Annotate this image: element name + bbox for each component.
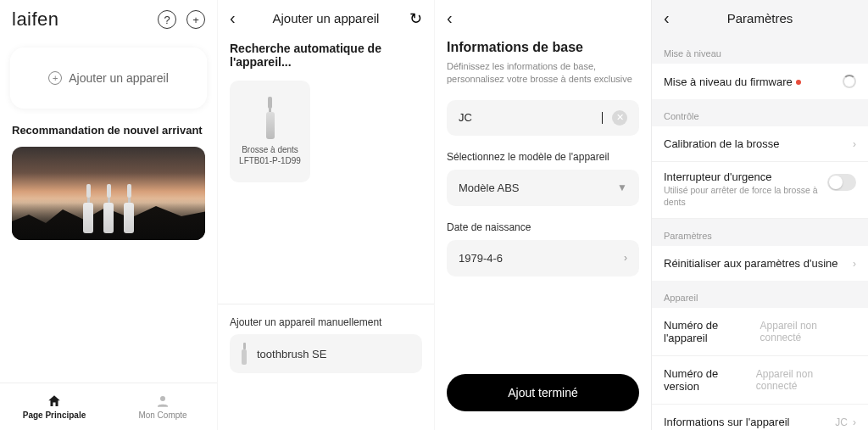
add-device-card[interactable]: + Ajouter un appareil [10,47,207,109]
page-title: Paramètres [681,11,839,25]
section-control: Contrôle [652,99,868,126]
done-button[interactable]: Ajout terminé [447,374,639,411]
recommendation-banner[interactable] [12,147,205,240]
section-device: Appareil [652,281,868,308]
section-upgrade: Mise à niveau [652,36,868,64]
back-button[interactable]: ‹ [664,8,681,28]
clear-input-icon[interactable]: ✕ [612,110,627,126]
recommendation-title: Recommandation de nouvel arrivant [0,124,217,143]
basic-info-subtitle: Définissez les informations de base, per… [435,60,651,100]
page-title: Ajouter un appareil [247,11,405,25]
reset-label: Réinitialiser aux paramètres d'usine [664,257,838,270]
nav-account[interactable]: Mon Compte [108,383,217,430]
emergency-subtitle: Utilisé pour arrêter de force la brosse … [664,185,821,208]
loading-spinner-icon [843,75,856,88]
found-device-card[interactable]: Brosse à dents LFTB01-P-1D99 [230,81,310,182]
chevron-right-icon: › [853,138,856,150]
user-icon [155,394,170,409]
device-number-value: Appareil non connecté [760,320,856,343]
version-number-label: Numéro de version [664,367,756,393]
chevron-right-icon: › [624,252,627,264]
emergency-switch-row: Interrupteur d'urgence Utilisé pour arrê… [652,162,868,219]
basic-info-title: Informations de base [435,36,651,60]
name-input[interactable] [459,111,601,124]
chevron-right-icon: › [853,416,856,428]
dob-select[interactable]: 1979-4-6 › [447,240,639,276]
emergency-title: Interrupteur d'urgence [664,170,821,183]
home-icon [47,394,62,409]
refresh-icon[interactable]: ↻ [405,9,422,28]
calibration-label: Calibration de la brosse [664,137,780,150]
version-number-value: Appareil non connecté [756,368,856,392]
manual-add-title: Ajouter un appareil manuellement [218,304,434,337]
bottom-nav: Page Principale Mon Compte [0,383,217,430]
brand-logo: laifen [12,8,59,31]
device-label: Brosse à dents LFTB01-P-1D99 [239,144,301,166]
version-number-row[interactable]: Numéro de version Appareil non connecté [652,356,868,405]
toothbrushes-illustration [82,184,135,233]
device-info-value: JC [835,416,848,428]
model-select[interactable]: Modèle ABS ▼ [447,170,639,206]
emergency-toggle[interactable] [827,174,856,191]
help-icon[interactable]: ? [158,10,176,29]
dropdown-icon: ▼ [617,181,627,193]
chevron-right-icon: › [853,258,856,270]
device-number-label: Numéro de l'appareil [664,319,760,344]
dob-label: Date de naissance [435,221,651,240]
section-parameters: Paramètres [652,219,868,246]
dob-value: 1979-4-6 [459,252,503,265]
nav-home-label: Page Principale [23,410,86,420]
factory-reset-row[interactable]: Réinitialiser aux paramètres d'usine › [652,246,868,281]
toothbrush-icon [266,97,275,139]
svg-point-1 [160,396,165,401]
device-number-row[interactable]: Numéro de l'appareil Appareil non connec… [652,308,868,356]
name-field-wrap[interactable]: ✕ [447,100,639,136]
device-info-row[interactable]: Informations sur l'appareil JC › [652,405,868,430]
firmware-label: Mise à niveau du firmware [664,75,793,88]
firmware-upgrade-row[interactable]: Mise à niveau du firmware [652,64,868,99]
manual-device-row[interactable]: toothbrush SE [230,334,422,373]
nav-account-label: Mon Compte [138,410,186,420]
update-badge-icon [796,80,801,85]
toothbrush-mini-icon [242,343,247,365]
calibration-row[interactable]: Calibration de la brosse › [652,126,868,162]
back-button[interactable]: ‹ [447,8,464,28]
model-value: Modèle ABS [459,181,520,194]
add-device-label: Ajouter un appareil [69,71,169,85]
device-info-label: Informations sur l'appareil [664,416,789,428]
model-label: Sélectionnez le modèle de l'appareil [435,151,651,170]
nav-home[interactable]: Page Principale [0,383,108,430]
plus-icon: + [48,71,62,85]
searching-label: Recherche automatique de l'appareil... [218,36,434,81]
add-icon[interactable]: + [186,10,205,29]
back-button[interactable]: ‹ [230,8,247,28]
manual-device-label: toothbrush SE [257,348,326,360]
